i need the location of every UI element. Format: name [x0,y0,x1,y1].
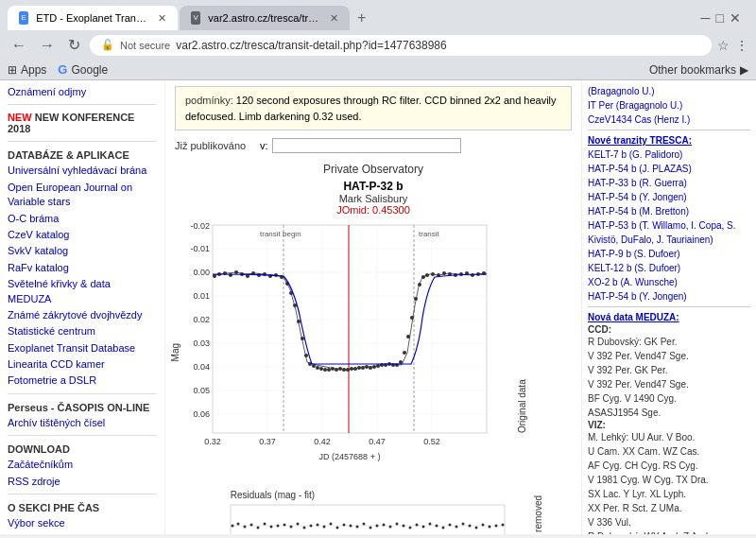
new-badge: NEW [8,112,35,123]
ccd-label: CCD: [588,324,750,335]
tresca-link-hatp9[interactable]: HAT-P-9 b (S. Dufoer) [588,247,750,261]
svg-point-81 [418,283,421,286]
bookmarks-apps[interactable]: ⊞ Apps [8,63,46,77]
svg-text:-0.02: -0.02 [190,221,210,231]
svg-point-109 [316,524,318,527]
tab-tresca[interactable]: V var2.astro.cz/tresca/transit-deta... ✕ [180,6,350,30]
svg-point-126 [428,523,431,526]
bookmarks-google[interactable]: G Google [58,62,108,77]
viz-label: VIZ: [588,420,750,430]
tresca-link-hatp54-2[interactable]: HAT-P-54 b (Y. Jongen) [588,190,750,204]
y-axis-right2-label: Trend removed [533,495,543,534]
svg-point-118 [375,525,378,528]
close-button[interactable]: ✕ [730,10,741,26]
sidebar-link-openeuropean[interactable]: Open European Journal on Variable stars [0,180,164,211]
ccd-item-2: V 392 Per. GK Per. [588,363,750,377]
address-bar-row: ← → ↻ 🔓 Not secure var2.astro.cz/tresca/… [0,30,756,60]
svg-point-117 [369,527,371,529]
svg-point-48 [293,304,297,307]
bookmark-star[interactable]: ☆ [717,38,730,53]
tresca-link-hatp54-3[interactable]: HAT-P-54 b (M. Bretton) [588,204,750,218]
tab-close-etd[interactable]: ✕ [158,12,166,25]
tresca-link-hatp54-4[interactable]: HAT-P-54 b (Y. Jongen) [588,289,750,304]
pub-input[interactable] [272,138,461,153]
browser-menu[interactable]: ⋮ [735,38,748,53]
tab-close-tresca[interactable]: ✕ [330,12,338,25]
restore-button[interactable]: □ [716,10,724,26]
svg-point-122 [402,525,404,528]
chart-jomid: JOmid: 0.45300 [165,204,581,216]
main-content: podmínky: 120 second exposures through R… [165,80,581,534]
svg-point-97 [236,523,239,526]
svg-point-112 [335,527,338,529]
svg-text:0.01: 0.01 [193,291,210,301]
bookmarks-other[interactable]: Other bookmarks ▶ [649,63,748,77]
apps-icon: ⊞ [8,63,17,77]
sidebar-link-oc[interactable]: O-C bráma [0,211,164,227]
new-tab-button[interactable]: + [352,9,371,26]
svg-point-67 [365,365,369,369]
tresca-link-kelt7[interactable]: KELT-7 b (G. Palidoro) [588,148,750,162]
sidebar-link-statisticke[interactable]: Statistické centrum [0,323,164,339]
sidebar-link-archiv[interactable]: Archív tištěných čísel [0,415,164,431]
forward-button[interactable]: → [36,35,59,56]
sidebar-section-konference: NEW NEW KONFERENCE 2018 [0,109,164,137]
svg-point-125 [421,526,424,529]
sidebar-link-etd[interactable]: Exoplanet Transit Database [0,340,164,356]
sidebar-link-meduza[interactable]: Světelné křivky & data MEDUZA [0,276,164,307]
sidebar-link-zakrytove[interactable]: Známé zákrytové dvojhvězdy [0,307,164,323]
viz-item-7: R Dubovský: WY And. Z And. [588,529,750,534]
svg-point-64 [353,367,357,371]
tab-etd[interactable]: E ETD - Exoplanet Transit Database ✕ [8,6,178,30]
svg-point-78 [406,335,410,338]
meduza-section-title[interactable]: Nová data MEDUZA: [588,310,750,324]
tresca-section-title[interactable]: Nové tranzity TRESCA: [588,133,750,148]
ccd-item-0: R Dubovský: GK Per. [588,335,750,349]
viz-item-0: M. Lehký: UU Aur. V Boo. [588,430,750,444]
right-link-it-per[interactable]: IT Per (Bragagnolo U.) [588,98,750,113]
tresca-link-hatp33[interactable]: HAT-P-33 b (R. Guerra) [588,176,750,190]
svg-point-104 [283,524,285,527]
svg-point-84 [431,272,435,276]
bookmarks-bar: ⊞ Apps G Google Other bookmarks ▶ [0,60,756,80]
top-link[interactable]: Oznámení odjmy [0,84,164,100]
right-link-bragagnolo1[interactable]: (Bragagnolo U.) [588,84,750,98]
sidebar-link-vyhledavaci[interactable]: Universální vyhledávací brána [0,163,164,179]
reload-button[interactable]: ↻ [64,34,84,56]
svg-point-66 [361,366,365,370]
tresca-link-hatp54-1[interactable]: HAT-P-54 b (J. PLAZAS) [588,162,750,176]
back-button[interactable]: ← [8,35,30,56]
viz-item-5: XX Per. R Sct. Z UMa. [588,501,750,515]
sidebar-link-vybor[interactable]: Výbor sekce [0,515,164,531]
security-icon: 🔓 [101,39,114,51]
sidebar-link-linearita[interactable]: Linearita CCD kamer [0,356,164,373]
minimize-button[interactable]: ─ [701,10,711,26]
sidebar-link-czev[interactable]: CzeV katalog [0,227,164,243]
tresca-link-kelt12[interactable]: KELT-12 b (S. Dufoer) [588,261,750,275]
svg-point-79 [410,316,414,320]
svg-point-102 [269,526,272,529]
sidebar-link-rafv[interactable]: RaFv katalog [0,260,164,276]
svg-point-59 [335,368,338,372]
pub-label: Již publikováno [175,140,260,151]
address-bar[interactable]: 🔓 Not secure var2.astro.cz/tresca/transi… [90,35,712,56]
svg-text:transit begin: transit begin [260,230,301,238]
svg-point-82 [421,275,425,279]
download-title: DOWNLOAD [0,440,164,457]
sidebar-link-rss[interactable]: RSS zdroje [0,474,164,490]
title-bar: E ETD - Exoplanet Transit Database ✕ V v… [0,0,756,30]
svg-point-56 [323,368,327,372]
svg-point-54 [316,366,319,370]
svg-point-63 [350,367,353,371]
sidebar-link-svkv[interactable]: SvkV katalog [0,243,164,259]
svg-point-136 [494,525,497,528]
right-link-czev1434[interactable]: CzeV1434 Cas (Henz I.) [588,113,750,127]
sidebar-link-promenarske[interactable]: Proměnářské akce [0,531,164,534]
tresca-link-hatp53[interactable]: HAT-P-53 b (T. Willamo, I. Copa, S. Kivi… [588,218,750,247]
svg-point-50 [301,337,304,340]
sidebar-link-fotometrie[interactable]: Fotometrie a DSLR [0,373,164,389]
svg-point-129 [448,524,451,527]
svg-point-65 [357,366,361,370]
tresca-link-xo2[interactable]: XO-2 b (A. Wunsche) [588,275,750,289]
sidebar-link-zacatecnikum[interactable]: Začátečníkům [0,457,164,473]
